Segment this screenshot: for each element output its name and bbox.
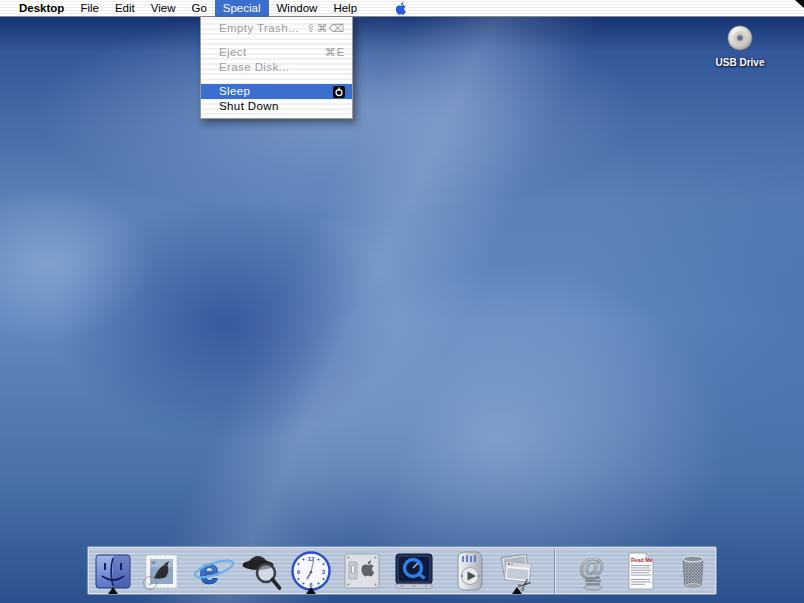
dock-icon-system-preferences[interactable] bbox=[341, 550, 383, 592]
menu-separator bbox=[201, 36, 352, 45]
dock-icon-quicktime-player[interactable] bbox=[393, 550, 435, 592]
menu-item-eject[interactable]: Eject ⌘E bbox=[201, 45, 352, 60]
menu-desktop[interactable]: Desktop bbox=[11, 0, 72, 17]
dock-icon-clock[interactable]: 123 69 bbox=[290, 550, 332, 592]
menu-view[interactable]: View bbox=[143, 0, 184, 17]
menu-item-shortcut: ⌘E bbox=[325, 45, 345, 60]
menu-item-label: Shut Down bbox=[219, 99, 279, 114]
menu-edit[interactable]: Edit bbox=[107, 0, 143, 17]
power-key-icon bbox=[333, 86, 345, 98]
dock-icon-at-spring[interactable]: @ bbox=[572, 550, 614, 592]
menu-item-label: Empty Trash... bbox=[219, 21, 299, 36]
menu-item-label: Erase Disk... bbox=[219, 60, 289, 75]
menu-file[interactable]: File bbox=[72, 0, 107, 17]
menu-bar: Desktop File Edit View Go Special Window… bbox=[0, 0, 804, 17]
running-indicator-clock bbox=[306, 587, 316, 594]
cd-disc-icon bbox=[726, 24, 754, 56]
svg-text:e: e bbox=[199, 551, 219, 592]
menu-item-erase-disk[interactable]: Erase Disk... bbox=[201, 60, 352, 75]
desktop-wallpaper bbox=[0, 17, 804, 603]
dock: 18 e 123 69 bbox=[87, 546, 717, 595]
apple-logo-icon bbox=[394, 1, 409, 16]
menu-go[interactable]: Go bbox=[183, 0, 214, 17]
menu-special[interactable]: Special bbox=[215, 0, 269, 17]
menu-item-sleep[interactable]: Sleep bbox=[201, 84, 352, 99]
dock-icon-internet-explorer[interactable]: e bbox=[193, 550, 235, 592]
menu-item-label: Sleep bbox=[219, 84, 250, 99]
running-indicator-grab bbox=[512, 587, 522, 594]
svg-text:12: 12 bbox=[308, 556, 315, 562]
svg-text:18: 18 bbox=[151, 560, 156, 565]
dock-icon-mail[interactable]: 18 bbox=[140, 550, 182, 592]
menu-item-shut-down[interactable]: Shut Down bbox=[201, 99, 352, 114]
read-me-title: Read Me bbox=[631, 557, 652, 563]
desktop-icon-label: USB Drive bbox=[703, 57, 777, 68]
desktop-icon-usb-drive[interactable]: USB Drive bbox=[703, 24, 777, 68]
menu-help[interactable]: Help bbox=[325, 0, 365, 17]
menu-item-label: Eject bbox=[219, 45, 247, 60]
dock-divider bbox=[554, 549, 555, 594]
special-menu: Empty Trash... ⇧⌘⌫ Eject ⌘E Erase Disk..… bbox=[200, 17, 353, 119]
dock-icon-sherlock[interactable] bbox=[241, 550, 283, 592]
menu-item-empty-trash[interactable]: Empty Trash... ⇧⌘⌫ bbox=[201, 21, 352, 36]
dock-icon-finder[interactable] bbox=[92, 550, 134, 592]
cursor-arrow bbox=[795, 0, 804, 8]
dock-icon-read-me[interactable]: Read Me bbox=[620, 550, 662, 592]
dock-icon-music-player[interactable] bbox=[449, 550, 491, 592]
menu-item-shortcut: ⇧⌘⌫ bbox=[306, 21, 345, 36]
running-indicator-finder bbox=[108, 587, 118, 594]
menu-separator bbox=[201, 75, 352, 84]
dock-icon-trash[interactable] bbox=[672, 550, 714, 592]
dock-icon-grab[interactable]: ✂ bbox=[496, 550, 538, 592]
menu-window[interactable]: Window bbox=[269, 0, 326, 17]
